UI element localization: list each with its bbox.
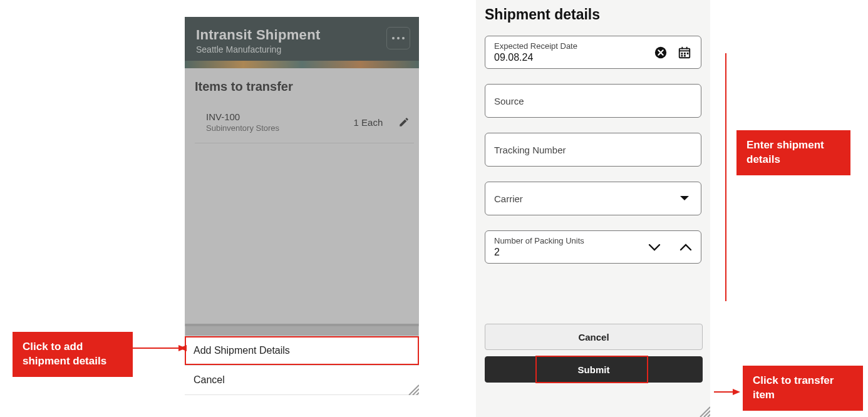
source-label: Source	[494, 96, 524, 106]
resize-grip-icon	[696, 403, 710, 417]
resize-grip-icon	[405, 381, 419, 395]
chevron-down-icon	[648, 244, 661, 251]
expected-date-label: Expected Receipt Date	[494, 41, 577, 51]
item-qty: 1 Each	[354, 117, 383, 128]
cancel-button[interactable]: Cancel	[485, 324, 703, 350]
carrier-label: Carrier	[494, 193, 523, 204]
items-heading: Items to transfer	[195, 80, 409, 94]
svg-rect-12	[684, 54, 686, 56]
chevron-up-icon	[679, 244, 692, 251]
increment-button[interactable]	[678, 240, 693, 255]
svg-rect-9	[684, 53, 686, 54]
x-circle-icon	[654, 46, 668, 59]
details-title: Shipment details	[485, 6, 710, 23]
svg-line-2	[416, 393, 419, 395]
expected-date-field[interactable]: Expected Receipt Date 09.08.24	[485, 36, 701, 69]
calendar-icon	[678, 46, 691, 59]
decorative-stripe	[185, 61, 419, 68]
right-details-panel: Shipment details Expected Receipt Date 0…	[476, 0, 710, 417]
submit-button[interactable]: Submit	[485, 356, 703, 383]
edit-item-button[interactable]	[396, 115, 411, 130]
svg-marker-25	[733, 389, 740, 395]
callout-transfer-item: Click to transfer item	[743, 366, 863, 411]
left-mobile-panel: Intransit Shipment Seattle Manufacturing…	[185, 17, 419, 395]
tracking-number-field[interactable]: Tracking Number	[485, 133, 701, 167]
packing-units-value: 2	[494, 247, 500, 258]
packing-units-label: Number of Packing Units	[494, 236, 584, 245]
items-card: Items to transfer INV-100 Subinventory S…	[185, 68, 419, 324]
svg-line-15	[708, 414, 710, 417]
left-subtitle: Seattle Manufacturing	[196, 44, 408, 54]
button-bar: Cancel Submit	[476, 324, 710, 383]
chevron-down-icon	[679, 193, 690, 204]
arrow-left-icon	[128, 343, 186, 353]
svg-rect-8	[681, 53, 683, 54]
add-shipment-details-button[interactable]: Add Shipment Details	[185, 336, 419, 366]
svg-marker-23	[178, 345, 186, 351]
svg-rect-10	[687, 53, 689, 54]
tracking-label: Tracking Number	[494, 145, 566, 155]
source-field[interactable]: Source	[485, 84, 701, 118]
svg-rect-11	[681, 54, 683, 56]
pencil-icon	[398, 116, 410, 128]
clear-date-button[interactable]	[653, 45, 668, 60]
left-header: Intransit Shipment Seattle Manufacturing	[185, 17, 419, 61]
expected-date-value: 09.08.24	[494, 52, 533, 63]
packing-units-stepper[interactable]: Number of Packing Units 2	[485, 230, 701, 264]
item-subinventory: Subinventory Stores	[206, 123, 279, 133]
item-code: INV-100	[206, 111, 279, 122]
item-text: INV-100 Subinventory Stores	[206, 111, 279, 133]
callout-add-shipment: Click to add shipment details	[13, 332, 133, 377]
decrement-button[interactable]	[647, 240, 662, 255]
kebab-menu-button[interactable]	[386, 27, 410, 49]
callout-enter-details: Enter shipment details	[736, 130, 850, 175]
arrow-right-icon	[713, 387, 740, 397]
bracket-line	[725, 53, 726, 301]
left-bottom-sheet: Add Shipment Details Cancel	[185, 336, 419, 395]
open-calendar-button[interactable]	[677, 45, 692, 60]
submit-label: Submit	[578, 364, 610, 375]
item-row[interactable]: INV-100 Subinventory Stores 1 Each	[195, 108, 414, 143]
carrier-select[interactable]: Carrier	[485, 182, 701, 215]
cancel-button-left[interactable]: Cancel	[185, 366, 419, 395]
left-title: Intransit Shipment	[196, 27, 408, 43]
ellipsis-icon	[392, 37, 405, 39]
